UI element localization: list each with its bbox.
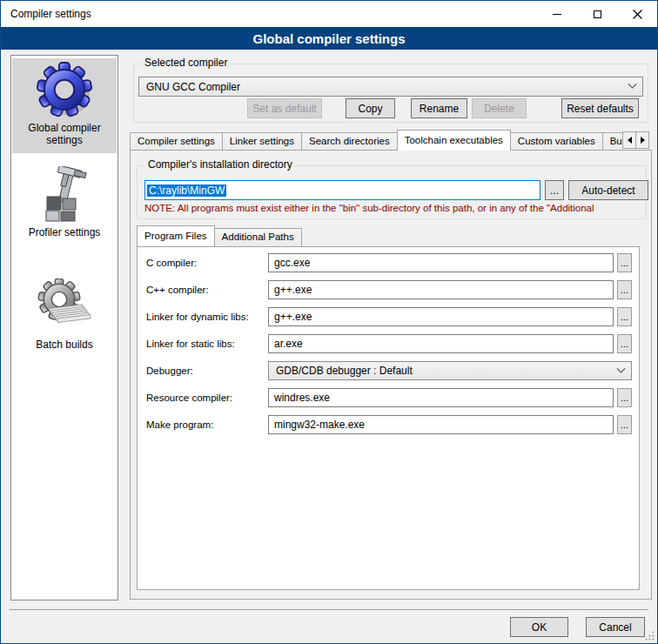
- selected-compiler-group: Selected compiler GNU GCC Compiler Set a…: [133, 64, 648, 123]
- field-label: C++ compiler:: [146, 280, 209, 299]
- field-label: Linker for dynamic libs:: [146, 307, 249, 326]
- dynamic-linker-row: Linker for dynamic libs: ...: [138, 307, 639, 326]
- dialog-banner: Global compiler settings: [1, 27, 657, 50]
- installation-directory-group: Compiler's installation directory C:\ray…: [137, 165, 647, 219]
- tab-scroll-right-button[interactable]: [635, 131, 649, 149]
- ok-button[interactable]: OK: [510, 617, 568, 637]
- tab-scroll-buttons: [623, 131, 649, 149]
- set-as-default-button[interactable]: Set as default: [247, 98, 322, 118]
- tab-custom-variables[interactable]: Custom variables: [510, 132, 603, 151]
- rename-button[interactable]: Rename: [411, 98, 467, 118]
- sidebar-item-profiler-settings[interactable]: Profiler settings: [12, 166, 117, 238]
- maximize-icon: [594, 10, 601, 18]
- minimize-icon: [553, 14, 561, 15]
- chevron-down-icon: [617, 364, 626, 372]
- sidebar-item-label: Batch builds: [16, 339, 113, 351]
- browse-make-program-button[interactable]: ...: [617, 415, 632, 434]
- browse-directory-button[interactable]: ...: [545, 180, 564, 200]
- sidebar-item-label: Global compiler settings: [16, 122, 113, 146]
- browse-c-compiler-button[interactable]: ...: [617, 253, 632, 272]
- window-title: Compiler settings: [1, 8, 91, 20]
- footer-divider: [10, 609, 648, 610]
- note-text: NOTE: All programs must exist either in …: [144, 203, 645, 213]
- toolchain-executables-page: Compiler's installation directory C:\ray…: [130, 150, 652, 600]
- installation-directory-row: C:\raylib\MinGW ... Auto-detect: [138, 180, 646, 200]
- debugger-row: Debugger: GDB/CDB debugger : Default: [138, 361, 639, 380]
- cancel-button[interactable]: Cancel: [586, 617, 645, 637]
- static-linker-row: Linker for static libs: ...: [138, 334, 639, 353]
- field-label: Resource compiler:: [146, 388, 232, 407]
- sidebar-item-batch-builds[interactable]: Batch builds: [12, 278, 117, 351]
- tab-toolchain-executables[interactable]: Toolchain executables: [397, 130, 511, 151]
- debugger-select[interactable]: GDB/CDB debugger : Default: [268, 361, 632, 380]
- dynamic-linker-input[interactable]: [268, 307, 614, 326]
- compiler-select[interactable]: GNU GCC Compiler: [138, 77, 643, 97]
- group-title: Selected compiler: [141, 57, 231, 69]
- browse-static-linker-button[interactable]: ...: [617, 334, 632, 353]
- tab-list: Compiler settings Linker settings Search…: [130, 130, 628, 151]
- installation-directory-input[interactable]: C:\raylib\MinGW: [144, 180, 540, 200]
- resource-compiler-row: Resource compiler: ...: [138, 388, 639, 407]
- category-list: Global compiler settings Profiler: [10, 55, 118, 600]
- resize-grip[interactable]: [644, 630, 655, 641]
- static-linker-input[interactable]: [268, 334, 614, 353]
- field-label: Linker for static libs:: [146, 334, 235, 353]
- arrow-right-icon: [641, 137, 645, 144]
- sidebar-item-global-compiler-settings[interactable]: Global compiler settings: [12, 58, 117, 153]
- blue-gear-icon: [37, 62, 92, 117]
- make-program-input[interactable]: [268, 415, 614, 434]
- browse-cpp-compiler-button[interactable]: ...: [617, 280, 632, 299]
- copy-button[interactable]: Copy: [346, 98, 395, 118]
- debugger-select-value: GDB/CDB debugger : Default: [276, 365, 413, 377]
- close-button[interactable]: [617, 1, 657, 27]
- subtab-program-files[interactable]: Program Files: [137, 225, 215, 246]
- chevron-down-icon: [628, 80, 637, 89]
- toolchain-subtab-bar: Program Files Additional Paths: [137, 225, 301, 246]
- window-controls: [537, 1, 657, 27]
- compiler-settings-dialog: Compiler settings Global compiler settin…: [0, 0, 658, 644]
- selected-path-text: C:\raylib\MinGW: [147, 184, 226, 197]
- field-label: Debugger:: [146, 361, 193, 380]
- delete-button[interactable]: Delete: [472, 98, 527, 118]
- tab-search-directories[interactable]: Search directories: [301, 132, 398, 151]
- tab-scroll-left-button[interactable]: [622, 131, 636, 149]
- arrow-left-icon: [628, 137, 632, 144]
- cpp-compiler-row: C++ compiler: ...: [138, 280, 639, 299]
- sidebar-item-label: Profiler settings: [16, 226, 113, 238]
- compiler-select-value: GNU GCC Compiler: [146, 81, 240, 93]
- gray-gear-papers-icon: [37, 278, 92, 334]
- program-files-page: C compiler: ... C++ compiler: ... Linker…: [137, 246, 640, 590]
- subtab-additional-paths[interactable]: Additional Paths: [214, 228, 302, 246]
- make-program-row: Make program: ...: [138, 415, 639, 434]
- maximize-button[interactable]: [577, 1, 617, 27]
- cpp-compiler-input[interactable]: [268, 280, 614, 299]
- tab-linker-settings[interactable]: Linker settings: [222, 132, 302, 151]
- field-label: Make program:: [146, 415, 213, 434]
- main-tab-bar: Compiler settings Linker settings Search…: [130, 130, 652, 151]
- browse-resource-compiler-button[interactable]: ...: [617, 388, 632, 407]
- banner-title: Global compiler settings: [252, 31, 405, 46]
- c-compiler-input[interactable]: [268, 253, 614, 272]
- browse-dynamic-linker-button[interactable]: ...: [617, 307, 632, 326]
- minimize-button[interactable]: [537, 1, 577, 27]
- resource-compiler-input[interactable]: [268, 388, 614, 407]
- tab-compiler-settings[interactable]: Compiler settings: [130, 132, 223, 151]
- reset-defaults-button[interactable]: Reset defaults: [561, 98, 639, 118]
- c-compiler-row: C compiler: ...: [138, 253, 639, 272]
- autodetect-button[interactable]: Auto-detect: [568, 180, 648, 200]
- field-label: C compiler:: [146, 253, 197, 272]
- group-title: Compiler's installation directory: [144, 158, 296, 171]
- close-icon: [633, 10, 642, 19]
- titlebar[interactable]: Compiler settings: [1, 1, 657, 27]
- caliper-blocks-icon: [37, 166, 92, 222]
